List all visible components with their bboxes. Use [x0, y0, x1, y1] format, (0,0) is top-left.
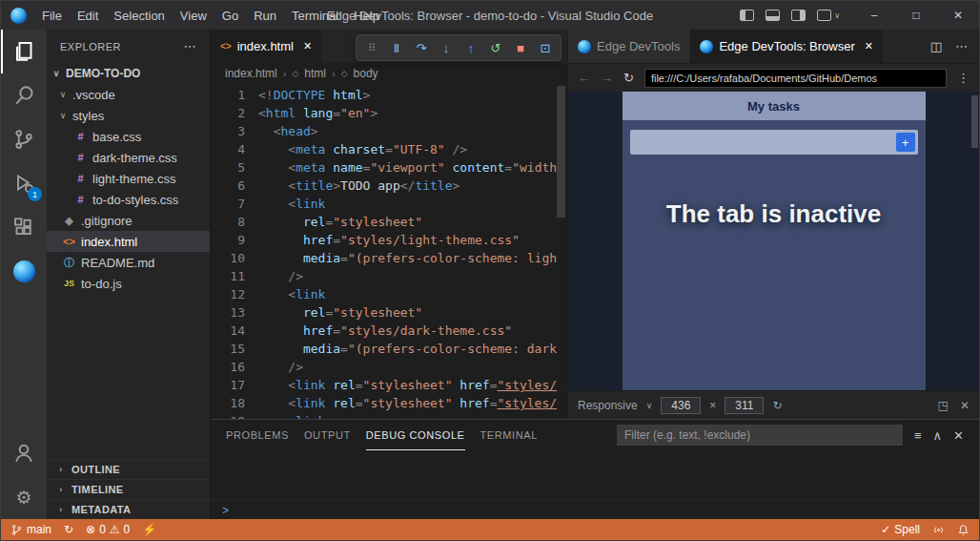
restart-button[interactable]: ↺: [484, 36, 507, 59]
file-item[interactable]: ∨.vscode: [47, 84, 210, 105]
notifications-bell-icon[interactable]: [957, 524, 970, 536]
explorer-more-actions-icon[interactable]: ⋯: [184, 39, 197, 53]
toggle-panel-icon[interactable]: [766, 10, 780, 21]
page-title: My tasks: [623, 92, 926, 120]
breadcrumb-body[interactable]: body: [354, 67, 378, 80]
account-button[interactable]: [1, 431, 47, 475]
editor-scrollbar[interactable]: [557, 86, 565, 218]
menu-selection[interactable]: Selection: [106, 6, 172, 26]
symbol-icon: ◇: [292, 69, 298, 78]
window-controls: – □ ✕: [853, 1, 979, 30]
tab-debug-console[interactable]: DEBUG CONSOLE: [366, 420, 465, 450]
section-outline[interactable]: › OUTLINE: [47, 459, 210, 479]
menu-go[interactable]: Go: [214, 6, 246, 26]
drag-handle-icon[interactable]: ⠿: [360, 36, 383, 59]
pause-button[interactable]: Ⅱ: [385, 36, 408, 59]
activity-search[interactable]: [1, 73, 47, 117]
edge-logo-icon: [10, 8, 27, 24]
file-item[interactable]: #dark-theme.css: [47, 147, 210, 168]
stop-button[interactable]: ■: [509, 36, 532, 59]
tab-index-html[interactable]: <> index.html ✕: [211, 30, 322, 63]
broadcast-icon[interactable]: [932, 524, 945, 536]
menu-run[interactable]: Run: [246, 6, 284, 26]
new-task-input[interactable]: +: [630, 130, 918, 155]
tab-problems[interactable]: PROBLEMS: [226, 420, 289, 450]
inspect-button[interactable]: ⊡: [534, 36, 557, 59]
minimize-button[interactable]: –: [853, 1, 895, 30]
filter-icon[interactable]: ≡: [914, 428, 922, 443]
tab-output[interactable]: OUTPUT: [304, 420, 351, 450]
file-item[interactable]: #base.css: [47, 126, 210, 147]
menu-view[interactable]: View: [173, 6, 214, 26]
activity-extensions[interactable]: [1, 205, 47, 249]
more-actions-icon[interactable]: ⋯: [955, 39, 968, 53]
branch-indicator[interactable]: main: [10, 523, 51, 536]
device-mode-select[interactable]: Responsive: [578, 399, 638, 412]
breadcrumb-html[interactable]: html: [304, 67, 326, 80]
section-timeline[interactable]: › TIMELINE: [47, 479, 210, 499]
tab-edge-devtools-browser[interactable]: Edge DevTools: Browser ✕: [690, 30, 884, 63]
tab-terminal[interactable]: TERMINAL: [480, 420, 538, 450]
console-filter-input[interactable]: [617, 425, 903, 446]
toggle-secondary-sidebar-icon[interactable]: [791, 10, 806, 21]
problems-indicator[interactable]: ⊗ 0 ⚠ 0: [86, 523, 130, 536]
step-over-button[interactable]: ↷: [410, 36, 433, 59]
fit-to-window-icon[interactable]: ◳: [938, 399, 949, 412]
rotate-icon[interactable]: ↻: [772, 399, 782, 412]
file-item[interactable]: #light-theme.css: [47, 168, 210, 189]
file-item[interactable]: #to-do-styles.css: [47, 189, 210, 210]
viewport-width-field[interactable]: 436: [661, 397, 701, 414]
file-item[interactable]: ∨styles: [47, 105, 210, 126]
file-item[interactable]: ⓘREADME.md: [47, 252, 210, 273]
code-line: 3 <head>: [211, 122, 567, 140]
refresh-icon[interactable]: ↻: [623, 71, 634, 85]
file-item[interactable]: ◆.gitignore: [47, 210, 210, 231]
viewport-scrollbar[interactable]: [971, 95, 978, 148]
close-tab-icon[interactable]: ✕: [303, 40, 312, 52]
toolbar-more-icon[interactable]: ⋮: [957, 71, 970, 85]
debug-status-icon[interactable]: ⚡: [142, 523, 156, 536]
sync-button[interactable]: ↻: [64, 523, 73, 536]
toggle-sidebar-icon[interactable]: [740, 10, 754, 21]
forward-icon[interactable]: →: [601, 71, 613, 85]
maximize-panel-icon[interactable]: ∧: [933, 428, 943, 443]
todo-app-page: My tasks +: [623, 92, 926, 390]
customize-layout-icon[interactable]: ∨: [817, 10, 840, 21]
layout-controls: ∨: [740, 10, 840, 21]
activity-run-debug[interactable]: 1: [1, 161, 47, 205]
devtools-panel: Edge DevTools Edge DevTools: Browser ✕ ◫…: [568, 30, 979, 419]
chevron-down-icon: ∨: [58, 111, 68, 120]
settings-button[interactable]: ⚙: [1, 475, 47, 519]
step-out-button[interactable]: ↑: [459, 36, 482, 59]
step-into-button[interactable]: ↓: [435, 36, 458, 59]
tab-edge-devtools[interactable]: Edge DevTools: [568, 30, 690, 63]
file-label: to-do.js: [81, 277, 122, 291]
breadcrumb-file[interactable]: index.html: [225, 67, 277, 80]
git-icon: ◆: [62, 215, 76, 227]
close-button[interactable]: ✕: [937, 1, 979, 30]
file-item[interactable]: <>index.html: [47, 231, 210, 252]
add-task-button[interactable]: +: [896, 133, 915, 152]
activity-edge-devtools[interactable]: [1, 249, 47, 293]
close-preview-icon[interactable]: ✕: [960, 399, 970, 412]
file-item[interactable]: JSto-do.js: [47, 273, 210, 294]
activity-source-control[interactable]: [1, 117, 47, 161]
split-editor-icon[interactable]: ◫: [930, 39, 942, 53]
css-icon: #: [73, 173, 88, 184]
spell-checker-status[interactable]: ✓ Spell: [881, 523, 920, 536]
back-icon[interactable]: ←: [578, 71, 590, 85]
url-bar[interactable]: file:///C:/Users/rafaba/Documents/GitHub…: [644, 69, 947, 88]
close-panel-icon[interactable]: ✕: [953, 428, 964, 443]
maximize-button[interactable]: □: [895, 1, 937, 30]
viewport-height-field[interactable]: 311: [725, 397, 764, 414]
debug-console-prompt[interactable]: >: [211, 500, 979, 519]
folder-root[interactable]: ∨ DEMO-TO-DO: [47, 63, 210, 84]
close-tab-icon[interactable]: ✕: [865, 40, 873, 52]
activity-explorer[interactable]: [1, 30, 47, 73]
menu-edit[interactable]: Edit: [70, 6, 106, 26]
code-line: 4 <meta charset="UTF-8" />: [211, 140, 567, 158]
menu-file[interactable]: File: [34, 6, 70, 26]
code-line: 2<html lang="en">: [211, 104, 567, 122]
section-metadata[interactable]: › METADATA: [47, 499, 210, 519]
code-editor[interactable]: 1<!DOCTYPE html>2<html lang="en">3 <head…: [211, 84, 567, 419]
